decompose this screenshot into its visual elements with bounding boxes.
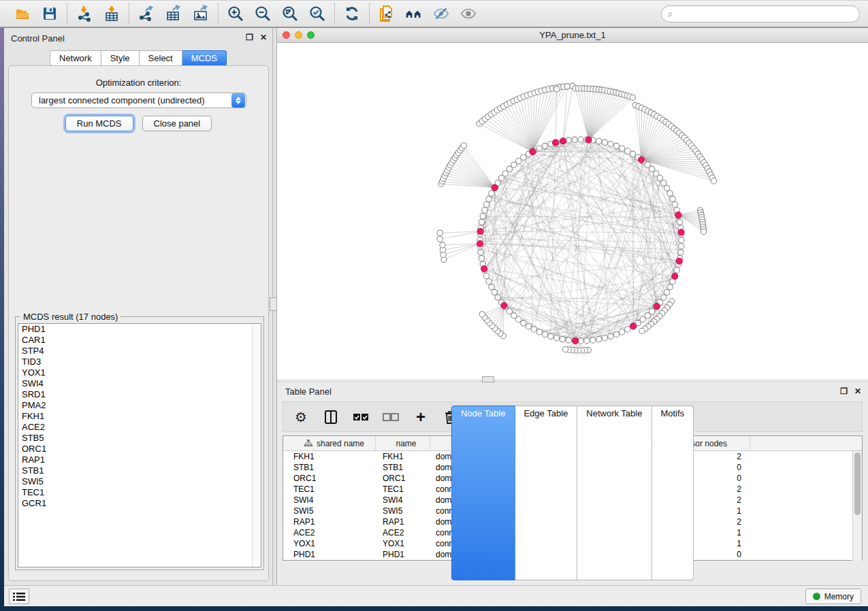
table-cell[interactable]: TEC1	[376, 484, 430, 495]
mcds-result-item[interactable]: STP4	[18, 346, 261, 357]
mcds-result-item[interactable]: CAR1	[18, 335, 261, 346]
add-column-icon[interactable]: +	[413, 409, 429, 425]
tab-motifs[interactable]: Motifs	[652, 406, 694, 580]
horizontal-splitter-handle[interactable]	[482, 376, 494, 382]
tab-select[interactable]: Select	[140, 50, 182, 66]
mcds-result-title: MCDS result (17 nodes)	[20, 312, 120, 322]
save-session-icon[interactable]	[41, 5, 59, 22]
mcds-result-item[interactable]: SRD1	[18, 389, 261, 400]
mcds-result-item[interactable]: SWI4	[18, 378, 261, 389]
export-network-icon[interactable]	[138, 5, 155, 22]
duplicate-network-icon[interactable]	[378, 5, 396, 22]
open-file-icon[interactable]	[14, 5, 31, 22]
zoom-selected-icon[interactable]	[308, 5, 326, 22]
table-settings-icon[interactable]: ⚙	[293, 409, 309, 425]
export-image-icon[interactable]	[192, 5, 210, 22]
search-input[interactable]	[677, 9, 853, 19]
zoom-out-icon[interactable]	[254, 5, 272, 22]
table-cell[interactable]: FKH1	[376, 451, 430, 462]
select-all-icon[interactable]	[353, 409, 369, 425]
table-panel-title: Table Panel	[285, 386, 332, 397]
mcds-tab-content: Optimization criterion: largest connecte…	[8, 65, 269, 581]
network-window: YPA_prune.txt_1	[277, 28, 868, 380]
export-table-icon[interactable]	[165, 5, 182, 22]
zoom-in-icon[interactable]	[227, 5, 244, 22]
table-cell-filler	[750, 473, 862, 484]
mcds-result-item[interactable]: ORC1	[18, 444, 261, 455]
tab-style[interactable]: Style	[101, 50, 140, 66]
task-history-button[interactable]	[9, 589, 29, 604]
tab-network[interactable]: Network	[50, 50, 101, 66]
mcds-result-item[interactable]: TID3	[18, 357, 261, 367]
close-panel-button[interactable]: Close panel	[142, 116, 212, 131]
mcds-result-item[interactable]: YOX1	[18, 367, 261, 378]
mcds-result-item[interactable]: GCR1	[18, 498, 261, 509]
mcds-result-item[interactable]: PMA2	[18, 400, 261, 411]
mcds-result-item[interactable]: SWI5	[18, 476, 261, 487]
optimization-criterion-label: Optimization criterion:	[9, 78, 268, 88]
list-scrollbar[interactable]	[252, 324, 261, 567]
table-cell[interactable]: ACE2	[376, 527, 430, 538]
table-cell[interactable]: YOX1	[376, 538, 430, 549]
column-header-shared-name[interactable]: shared name	[283, 436, 376, 450]
tab-edge-table[interactable]: Edge Table	[515, 406, 577, 580]
import-network-icon[interactable]	[76, 5, 93, 22]
table-cell[interactable]: ORC1	[283, 473, 376, 484]
table-cell-filler	[750, 462, 862, 473]
close-panel-icon[interactable]: ✕	[260, 33, 267, 42]
float-panel-icon[interactable]: ❐	[246, 33, 253, 42]
table-cell[interactable]: RAP1	[283, 516, 376, 527]
control-panel-tabs: Network Style Select MCDS	[50, 50, 227, 66]
memory-button[interactable]: Memory	[805, 589, 861, 604]
mcds-result-item[interactable]: ACE2	[18, 422, 261, 433]
tab-mcds[interactable]: MCDS	[182, 50, 227, 66]
tab-node-table[interactable]: Node Table	[451, 406, 515, 580]
table-cell[interactable]: SWI5	[376, 506, 430, 516]
network-titlebar[interactable]: YPA_prune.txt_1	[277, 28, 868, 43]
refresh-view-icon[interactable]	[343, 5, 361, 22]
float-table-panel-icon[interactable]: ❐	[840, 386, 848, 396]
memory-label: Memory	[824, 592, 854, 601]
hide-selected-icon[interactable]	[432, 5, 450, 22]
close-table-panel-icon[interactable]: ✕	[854, 386, 861, 396]
control-panel-title: Control Panel	[11, 33, 65, 44]
import-table-icon[interactable]	[103, 5, 120, 22]
mcds-result-list[interactable]: PHD1CAR1STP4TID3YOX1SWI4SRD1PMA2FKH1ACE2…	[18, 323, 261, 567]
criterion-dropdown[interactable]: largest connected component (undirected)	[31, 93, 246, 108]
show-all-icon[interactable]	[460, 5, 477, 22]
shared-attribute-icon	[304, 440, 312, 447]
table-scrollbar[interactable]	[852, 451, 862, 561]
table-cell[interactable]: ORC1	[376, 473, 430, 484]
mcds-result-item[interactable]: PHD1	[18, 324, 261, 335]
mcds-result-item[interactable]: FKH1	[18, 411, 261, 422]
table-scrollbar-thumb[interactable]	[854, 452, 861, 515]
mcds-result-item[interactable]: STB1	[18, 465, 261, 476]
column-header-name[interactable]: name	[376, 436, 430, 450]
table-cell[interactable]: TEC1	[283, 484, 376, 495]
table-cell[interactable]: STB1	[376, 462, 430, 473]
table-cell[interactable]: SWI5	[283, 506, 376, 516]
mcds-result-item[interactable]: TEC1	[18, 487, 261, 498]
table-cell[interactable]: PHD1	[283, 549, 376, 560]
table-cell[interactable]: FKH1	[283, 451, 376, 462]
table-cell[interactable]: SWI4	[376, 495, 430, 506]
main-toolbar: ⌕	[0, 0, 868, 27]
vertical-splitter-handle[interactable]	[270, 297, 277, 311]
table-cell[interactable]: STB1	[283, 462, 376, 473]
zoom-fit-icon[interactable]	[281, 5, 299, 22]
table-cell[interactable]: PHD1	[376, 549, 430, 560]
deselect-all-icon[interactable]	[383, 409, 399, 425]
table-cell[interactable]: RAP1	[376, 516, 430, 527]
show-columns-icon[interactable]	[323, 409, 339, 425]
first-neighbors-icon[interactable]	[405, 5, 423, 22]
status-bar: Memory	[4, 585, 868, 606]
run-mcds-button[interactable]: Run MCDS	[65, 116, 133, 131]
network-graph[interactable]	[277, 43, 868, 380]
tab-network-table[interactable]: Network Table	[577, 406, 652, 580]
table-cell[interactable]: ACE2	[283, 527, 376, 538]
table-cell[interactable]: SWI4	[283, 495, 376, 506]
mcds-result-item[interactable]: RAP1	[18, 455, 261, 465]
table-cell[interactable]: YOX1	[283, 538, 376, 549]
mcds-result-item[interactable]: STB5	[18, 433, 261, 444]
network-canvas[interactable]	[277, 43, 868, 380]
